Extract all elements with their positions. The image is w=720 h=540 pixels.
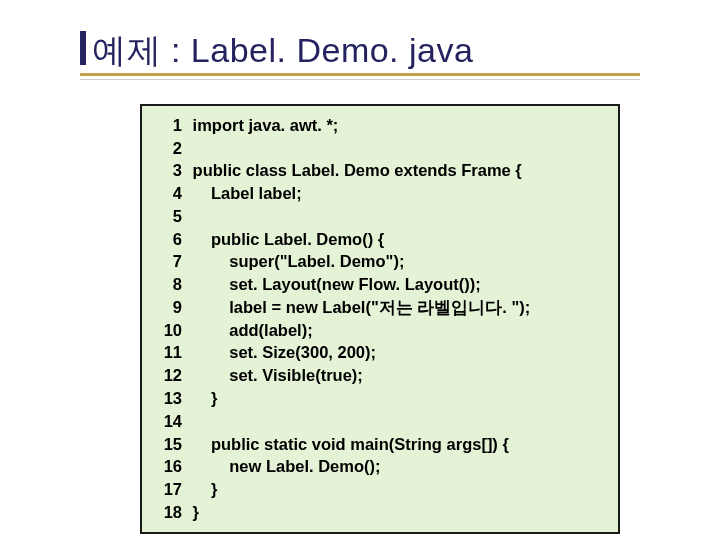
title-block: 예제 : Label. Demo. java <box>80 30 670 71</box>
line-number: 9 <box>156 296 182 319</box>
line-number: 5 <box>156 205 182 228</box>
code-line: 14 <box>156 410 604 433</box>
code-line: 15 public static void main(String args[]… <box>156 433 604 456</box>
code-text: add(label); <box>188 319 313 342</box>
code-line: 9 label = new Label("저는 라벨입니다. "); <box>156 296 604 319</box>
line-number: 2 <box>156 137 182 160</box>
line-number: 4 <box>156 182 182 205</box>
code-line: 16 new Label. Demo(); <box>156 455 604 478</box>
line-number: 14 <box>156 410 182 433</box>
code-line: 13 } <box>156 387 604 410</box>
line-number: 15 <box>156 433 182 456</box>
code-line: 2 <box>156 137 604 160</box>
code-line: 11 set. Size(300, 200); <box>156 341 604 364</box>
line-number: 3 <box>156 159 182 182</box>
code-line: 8 set. Layout(new Flow. Layout()); <box>156 273 604 296</box>
line-number: 11 <box>156 341 182 364</box>
line-number: 17 <box>156 478 182 501</box>
slide: 예제 : Label. Demo. java 1 import java. aw… <box>0 0 720 540</box>
line-number: 8 <box>156 273 182 296</box>
code-box: 1 import java. awt. *; 2 3 public class … <box>140 104 620 534</box>
code-text: label = new Label("저는 라벨입니다. "); <box>188 296 530 319</box>
title-accent-bar <box>80 31 86 65</box>
code-text: public class Label. Demo extends Frame { <box>188 159 522 182</box>
code-text: import java. awt. *; <box>188 114 338 137</box>
page-title: 예제 : Label. Demo. java <box>92 30 473 71</box>
line-number: 12 <box>156 364 182 387</box>
code-line: 3 public class Label. Demo extends Frame… <box>156 159 604 182</box>
line-number: 13 <box>156 387 182 410</box>
line-number: 18 <box>156 501 182 524</box>
code-text: } <box>188 478 217 501</box>
line-number: 10 <box>156 319 182 342</box>
code-text: set. Layout(new Flow. Layout()); <box>188 273 481 296</box>
code-text: set. Size(300, 200); <box>188 341 376 364</box>
code-text: public static void main(String args[]) { <box>188 433 509 456</box>
code-text: } <box>188 387 217 410</box>
title-underline <box>80 73 640 76</box>
code-text: super("Label. Demo"); <box>188 250 404 273</box>
code-line: 12 set. Visible(true); <box>156 364 604 387</box>
code-line: 5 <box>156 205 604 228</box>
code-text: public Label. Demo() { <box>188 228 384 251</box>
code-line: 10 add(label); <box>156 319 604 342</box>
code-line: 1 import java. awt. *; <box>156 114 604 137</box>
line-number: 1 <box>156 114 182 137</box>
code-line: 17 } <box>156 478 604 501</box>
line-number: 16 <box>156 455 182 478</box>
code-line: 6 public Label. Demo() { <box>156 228 604 251</box>
code-text: Label label; <box>188 182 302 205</box>
code-text: set. Visible(true); <box>188 364 363 387</box>
line-number: 6 <box>156 228 182 251</box>
code-line: 18 } <box>156 501 604 524</box>
code-text: new Label. Demo(); <box>188 455 381 478</box>
code-line: 4 Label label; <box>156 182 604 205</box>
code-text: } <box>188 501 199 524</box>
code-line: 7 super("Label. Demo"); <box>156 250 604 273</box>
line-number: 7 <box>156 250 182 273</box>
